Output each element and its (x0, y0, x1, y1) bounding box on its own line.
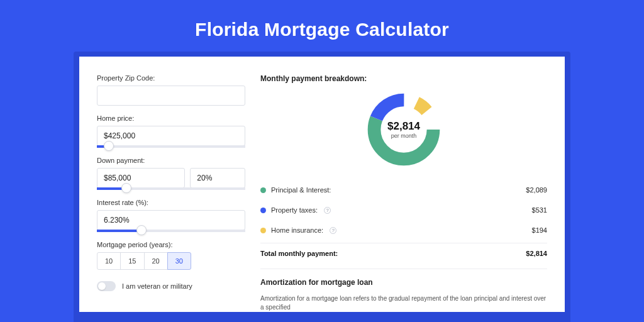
donut-center: $2,814 per month (387, 120, 420, 139)
amortization-section: Amortization for mortgage loan Amortizat… (260, 269, 547, 312)
legend-label: Property taxes: (271, 206, 318, 214)
help-icon[interactable]: ? (324, 207, 331, 214)
legend-value: $531 (532, 206, 547, 214)
veteran-label: I am veteran or military (122, 282, 192, 290)
down-payment-field-group: Down payment: (97, 157, 245, 190)
period-label: Mortgage period (years): (97, 241, 245, 248)
home-price-slider-thumb[interactable] (104, 141, 114, 151)
period-button-20[interactable]: 20 (144, 252, 168, 270)
zip-label: Property Zip Code: (97, 74, 245, 82)
home-price-input[interactable] (97, 126, 245, 146)
period-button-30[interactable]: 30 (167, 252, 191, 270)
legend-dot (260, 208, 266, 213)
period-button-group: 10152030 (97, 252, 245, 270)
amortization-text: Amortization for a mortgage loan refers … (260, 294, 547, 312)
down-payment-pct-input[interactable] (190, 168, 245, 188)
page-title: Florida Mortgage Calculator (0, 0, 644, 52)
calculator-card: Property Zip Code: Home price: Down paym… (79, 57, 565, 312)
breakdown-heading: Monthly payment breakdown: (260, 74, 547, 83)
breakdown-column: Monthly payment breakdown: $2,814 per mo… (260, 74, 547, 312)
legend-list: Principal & Interest:$2,089Property taxe… (260, 180, 547, 240)
home-price-label: Home price: (97, 114, 245, 122)
period-field-group: Mortgage period (years): 10152030 (97, 241, 245, 270)
legend-dot (260, 228, 266, 233)
down-payment-label: Down payment: (97, 157, 245, 164)
down-payment-slider-thumb[interactable] (121, 183, 131, 193)
period-button-15[interactable]: 15 (120, 252, 144, 270)
legend-row: Principal & Interest:$2,089 (260, 180, 547, 200)
legend-dot (260, 187, 266, 193)
total-row: Total monthly payment: $2,814 (260, 243, 547, 257)
help-icon[interactable]: ? (330, 227, 336, 234)
form-column: Property Zip Code: Home price: Down paym… (97, 74, 245, 312)
down-payment-slider[interactable] (97, 187, 245, 190)
interest-label: Interest rate (%): (97, 199, 245, 206)
interest-field-group: Interest rate (%): (97, 199, 245, 232)
veteran-toggle-knob (98, 282, 106, 290)
donut-chart-wrap: $2,814 per month (260, 91, 547, 169)
zip-input[interactable] (97, 86, 245, 106)
legend-value: $194 (532, 226, 547, 234)
legend-row: Home insurance:?$194 (260, 220, 547, 240)
interest-input[interactable] (97, 210, 245, 230)
amortization-heading: Amortization for mortgage loan (260, 278, 547, 287)
legend-value: $2,089 (526, 186, 547, 194)
home-price-field-group: Home price: (97, 114, 245, 148)
interest-slider-fill (97, 230, 142, 232)
legend-label: Home insurance: (271, 226, 323, 234)
down-payment-input[interactable] (97, 168, 185, 188)
legend-label: Principal & Interest: (271, 186, 331, 194)
home-price-slider[interactable] (97, 145, 245, 148)
donut-amount: $2,814 (387, 120, 420, 133)
interest-slider-thumb[interactable] (136, 225, 147, 235)
zip-field-group: Property Zip Code: (97, 74, 245, 106)
total-value: $2,814 (526, 250, 547, 257)
period-button-10[interactable]: 10 (97, 252, 121, 270)
legend-row: Property taxes:?$531 (260, 200, 547, 220)
total-label: Total monthly payment: (260, 250, 338, 257)
veteran-toggle[interactable] (97, 281, 116, 291)
interest-slider[interactable] (97, 230, 245, 232)
donut-sub: per month (387, 133, 420, 139)
veteran-row: I am veteran or military (97, 281, 245, 291)
card-shadow: Property Zip Code: Home price: Down paym… (74, 52, 570, 322)
